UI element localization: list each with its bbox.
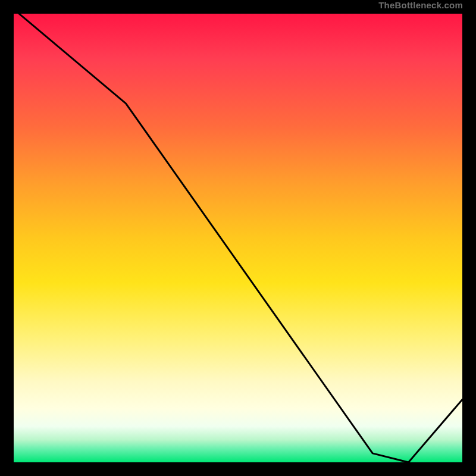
plot-area [12,12,464,464]
data-curve [14,9,462,462]
line-layer [14,14,462,462]
attribution-text: TheBottleneck.com [378,0,463,10]
chart-wrapper: TheBottleneck.com [0,0,476,476]
